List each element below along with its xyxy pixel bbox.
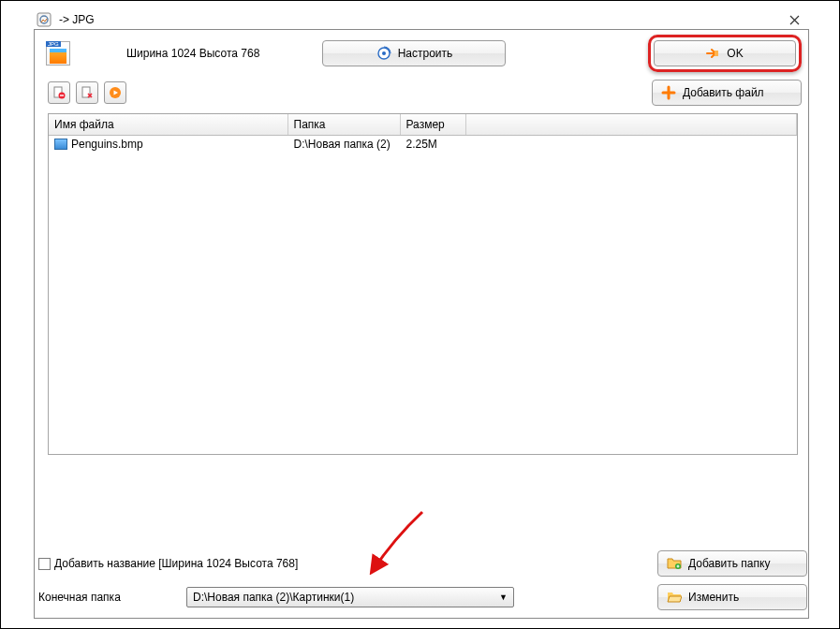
titlebar: -> JPG	[10, 8, 830, 31]
arrow-right-icon	[704, 45, 721, 62]
col-folder[interactable]: Папка	[287, 114, 400, 135]
svg-rect-4	[715, 51, 718, 56]
clear-list-button[interactable]	[76, 81, 98, 104]
folder-plus-icon	[666, 555, 683, 572]
page-x-icon	[81, 86, 94, 99]
svg-rect-7	[60, 95, 64, 95]
close-button[interactable]	[783, 10, 805, 29]
change-label: Изменить	[688, 591, 739, 604]
ok-highlight: OK	[648, 35, 802, 72]
dest-folder-combo[interactable]: D:\Новая папка (2)\Картинки(1) ▼	[186, 587, 514, 607]
add-title-label: Добавить название [Ширина 1024 Высота 76…	[54, 557, 298, 570]
table-body[interactable]: Penguins.bmp D:\Новая папка (2) 2.25M	[49, 136, 797, 454]
svg-rect-0	[37, 13, 51, 26]
change-button[interactable]: Изменить	[657, 584, 807, 610]
configure-button[interactable]: Настроить	[322, 40, 506, 66]
dimensions-label: Ширина 1024 Высота 768	[126, 47, 259, 60]
gear-icon	[376, 45, 392, 62]
jpg-format-icon	[46, 41, 70, 66]
ok-button[interactable]: OK	[654, 40, 796, 66]
add-folder-label: Добавить папку	[688, 557, 770, 570]
add-title-checkbox[interactable]: Добавить название [Ширина 1024 Высота 76…	[38, 557, 298, 570]
svg-point-3	[382, 51, 386, 55]
folder-open-icon	[666, 589, 683, 606]
chevron-down-icon: ▼	[499, 592, 508, 602]
ok-label: OK	[727, 47, 743, 60]
add-folder-button[interactable]: Добавить папку	[657, 550, 807, 577]
remove-file-button[interactable]	[48, 81, 70, 104]
header-row: Ширина 1024 Высота 768 Настроить OK	[10, 31, 830, 72]
checkbox-icon	[38, 558, 51, 570]
page-minus-icon	[52, 86, 66, 99]
col-spacer	[465, 114, 797, 135]
file-table: Имя файла Папка Размер Penguins.bmp D:\Н…	[48, 113, 798, 455]
dest-folder-label: Конечная папка	[38, 591, 177, 604]
cell-folder: D:\Новая папка (2)	[287, 136, 400, 153]
cell-name: Penguins.bmp	[49, 136, 287, 153]
footer: Добавить название [Ширина 1024 Высота 76…	[38, 544, 807, 611]
window-title: -> JPG	[59, 13, 95, 26]
col-name[interactable]: Имя файла	[49, 114, 287, 135]
configure-label: Настроить	[398, 47, 453, 60]
table-header-row: Имя файла Папка Размер	[49, 114, 797, 135]
col-size[interactable]: Размер	[400, 114, 465, 135]
app-icon	[37, 12, 52, 27]
table-row[interactable]: Penguins.bmp D:\Новая папка (2) 2.25M	[49, 136, 797, 153]
window: -> JPG Ширина 1024 Высота 768 Настроить …	[0, 0, 840, 629]
toolbar-row: Добавить файл	[10, 72, 830, 113]
add-file-button[interactable]: Добавить файл	[652, 80, 802, 106]
image-file-icon	[54, 139, 67, 150]
cell-size: 2.25M	[400, 136, 465, 153]
dest-folder-value: D:\Новая папка (2)\Картинки(1)	[193, 591, 354, 604]
add-file-label: Добавить файл	[683, 86, 764, 99]
play-icon	[109, 86, 122, 99]
plus-icon	[660, 84, 677, 101]
play-button[interactable]	[104, 81, 126, 104]
